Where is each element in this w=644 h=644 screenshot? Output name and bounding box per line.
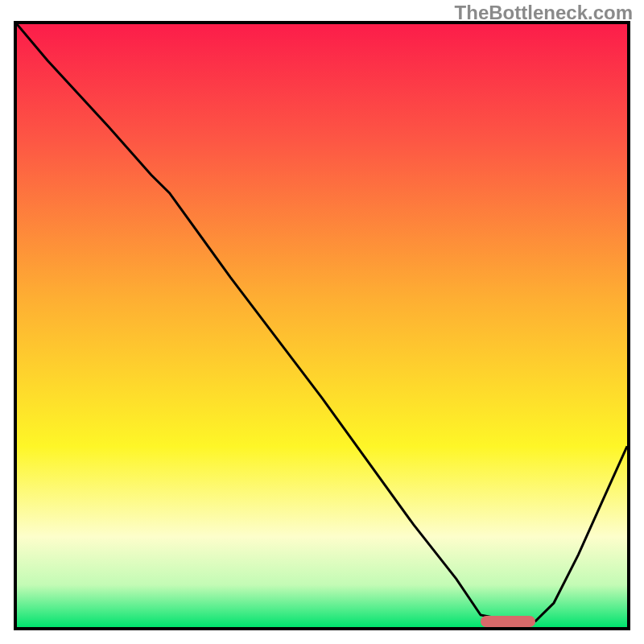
plot-area [17,24,627,627]
optimal-range-marker [481,616,535,627]
bottleneck-curve [17,24,627,627]
plot-frame [14,21,630,630]
watermark-text: TheBottleneck.com [455,2,633,24]
